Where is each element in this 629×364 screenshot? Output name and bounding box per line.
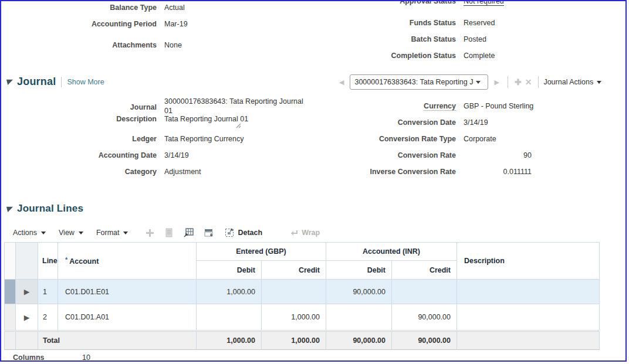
- total-expand-cell: [16, 332, 38, 350]
- total-accounted-credit: 90,000.00: [392, 332, 457, 350]
- attachments-value: None: [164, 41, 182, 49]
- query-by-example-icon[interactable]: [204, 228, 214, 237]
- cell-entered-credit[interactable]: [262, 280, 326, 304]
- ledger-value: Tata Reporting Currency: [164, 135, 244, 143]
- add-row-icon[interactable]: [146, 229, 154, 237]
- columns-hidden-value: 10: [82, 353, 90, 362]
- cell-line: 2: [38, 304, 58, 331]
- attachments-label: Attachments: [4, 41, 157, 49]
- chevron-down-icon: [79, 232, 83, 234]
- description-label: Description: [4, 115, 157, 123]
- cell-accounted-debit: 90,000.00: [326, 280, 392, 304]
- conversion-rate-type-label: Conversion Rate Type: [303, 135, 456, 143]
- actions-menu-label: Actions: [13, 229, 37, 237]
- detach-icon[interactable]: [225, 228, 234, 237]
- table-row[interactable]: ▶ 2 C01.D01.A01 1,000.00 90,000.00: [5, 304, 600, 331]
- conversion-rate-value: 90: [464, 151, 532, 159]
- previous-journal-icon[interactable]: ◀: [336, 79, 347, 86]
- inverse-conversion-rate-label: Inverse Conversion Rate: [303, 168, 456, 176]
- separator: [508, 76, 508, 88]
- completion-status-value: Complete: [464, 52, 495, 60]
- approval-status-value: Not required: [464, 0, 504, 6]
- description-value: Tata Reporting Journal 01: [164, 115, 261, 124]
- accounted-debit-header[interactable]: Debit: [326, 261, 392, 280]
- resize-grip-icon[interactable]: [235, 122, 241, 128]
- batch-status-label: Batch Status: [303, 35, 456, 43]
- journal-lines-title: Journal Lines: [17, 203, 83, 215]
- view-menu[interactable]: View: [59, 229, 83, 237]
- collapse-triangle-icon[interactable]: [6, 78, 13, 86]
- expand-column-header: [16, 243, 38, 280]
- total-accounted-debit: 90,000.00: [326, 332, 392, 350]
- ledger-label: Ledger: [4, 135, 157, 143]
- cell-entered-debit[interactable]: 1,000.00: [197, 280, 262, 304]
- description-column-header[interactable]: Description: [457, 243, 600, 280]
- journal-selector-dropdown[interactable]: 300000176383643: Tata Reporting Journal …: [350, 74, 488, 90]
- cell-account[interactable]: C01.D01.A01: [58, 304, 197, 331]
- row-handle[interactable]: [5, 280, 16, 304]
- total-row-handle: [5, 332, 16, 350]
- conversion-rate-label: Conversion Rate: [303, 151, 456, 159]
- add-journal-icon[interactable]: ✚: [513, 77, 523, 87]
- accounting-date-label: Accounting Date: [4, 151, 157, 159]
- currency-value: GBP - Pound Sterling: [464, 102, 533, 110]
- entered-group-header: Entered (GBP): [197, 243, 326, 261]
- journal-actions-label: Journal Actions: [543, 78, 593, 86]
- accounting-period-label: Accounting Period: [4, 20, 157, 28]
- wrap-label[interactable]: Wrap: [302, 229, 320, 237]
- account-column-header[interactable]: * Account: [58, 243, 197, 280]
- category-value: Adjustment: [164, 168, 201, 176]
- expand-row-icon[interactable]: ▶: [16, 280, 38, 304]
- cell-accounted-credit: [392, 280, 457, 304]
- delete-journal-icon[interactable]: ✕: [523, 77, 534, 87]
- funds-status-value[interactable]: Reserved: [464, 19, 495, 27]
- required-marker: *: [65, 256, 67, 263]
- conversion-date-label: Conversion Date: [303, 118, 456, 127]
- cell-accounted-debit: [326, 304, 392, 331]
- chevron-down-icon: [41, 232, 46, 234]
- wrap-icon[interactable]: [289, 229, 298, 237]
- next-journal-icon[interactable]: ▶: [491, 79, 502, 86]
- cell-description[interactable]: [457, 304, 600, 331]
- line-column-header[interactable]: Line: [38, 243, 58, 280]
- entered-credit-header[interactable]: Credit: [262, 261, 326, 280]
- cell-entered-debit[interactable]: [197, 304, 262, 331]
- actions-menu[interactable]: Actions: [13, 229, 46, 237]
- format-menu-label: Format: [96, 229, 120, 237]
- detach-label[interactable]: Detach: [238, 229, 262, 237]
- completion-status-label: Completion Status: [303, 52, 456, 60]
- journal-selector-value: 300000176383643: Tata Reporting Journal …: [354, 78, 474, 86]
- format-menu[interactable]: Format: [96, 229, 128, 237]
- journal-actions-menu[interactable]: Journal Actions: [543, 78, 601, 86]
- currency-label[interactable]: Currency: [424, 102, 456, 111]
- cell-accounted-credit: 90,000.00: [392, 304, 457, 331]
- cell-description[interactable]: [457, 280, 600, 304]
- columns-hidden-label: Columns Hidden: [13, 353, 44, 362]
- table-total-row: Total 1,000.00 1,000.00 90,000.00 90,000…: [5, 332, 600, 350]
- journal-lines-section-header: Journal Lines: [6, 203, 83, 215]
- balance-type-value: Actual: [164, 4, 185, 12]
- category-label: Category: [4, 168, 157, 176]
- cell-line: 1: [38, 280, 58, 304]
- table-row[interactable]: ▶ 1 C01.D01.E01 1,000.00 90,000.00: [5, 280, 600, 304]
- inverse-conversion-rate-value: 0.011111: [464, 168, 532, 176]
- approval-status-label: Approval Status: [303, 0, 456, 5]
- separator: [538, 76, 539, 88]
- total-description-cell: [457, 332, 600, 350]
- freeze-icon[interactable]: [184, 228, 194, 237]
- cell-entered-credit[interactable]: 1,000.00: [262, 304, 326, 331]
- header-separator: [61, 77, 62, 87]
- collapse-triangle-icon[interactable]: [6, 205, 13, 213]
- accounting-period-value: Mar-19: [164, 20, 188, 28]
- entered-debit-header[interactable]: Debit: [197, 261, 262, 280]
- journal-section-title: Journal: [17, 76, 56, 88]
- accounted-credit-header[interactable]: Credit: [392, 261, 457, 280]
- view-menu-label: View: [59, 229, 75, 237]
- journal-lines-table: Line * Account Entered (GBP) Accounted (…: [4, 242, 600, 350]
- show-more-link[interactable]: Show More: [67, 78, 104, 86]
- expand-row-icon[interactable]: ▶: [16, 304, 38, 331]
- duplicate-row-icon[interactable]: [165, 228, 173, 237]
- row-header-column: [5, 243, 16, 280]
- cell-account[interactable]: C01.D01.E01: [58, 280, 197, 304]
- row-handle[interactable]: [5, 304, 16, 331]
